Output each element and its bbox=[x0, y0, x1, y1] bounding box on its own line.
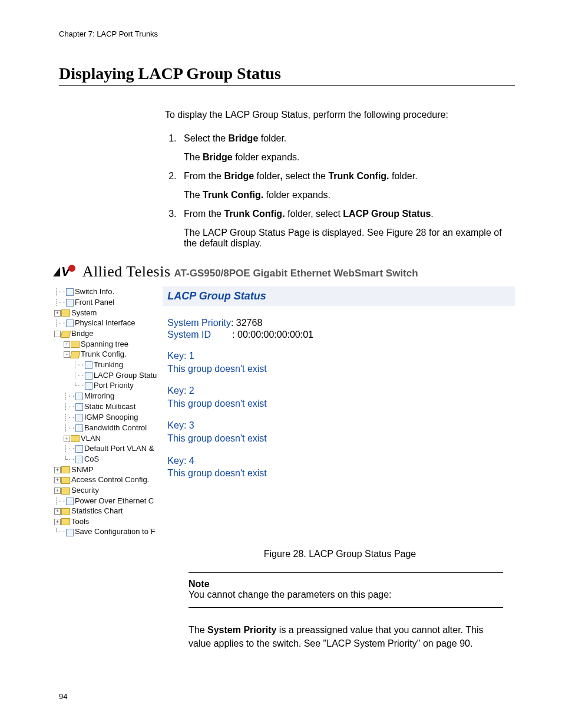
page-icon bbox=[66, 288, 74, 296]
collapse-icon[interactable]: - bbox=[64, 351, 70, 358]
step-result: The Trunk Config. folder expands. bbox=[184, 190, 515, 200]
tree-item-static-multicast[interactable]: ┊··Static Multicast bbox=[62, 401, 157, 412]
bold-term: LACP Group Status bbox=[343, 209, 431, 219]
content-pane: LACP Group Status System Priority: 32768… bbox=[163, 286, 515, 482]
text: The bbox=[189, 625, 207, 635]
closed-folder-icon bbox=[61, 466, 70, 473]
closed-folder-icon bbox=[61, 487, 70, 495]
tree-item-snmp[interactable]: +SNMP bbox=[53, 465, 157, 475]
closed-folder-icon bbox=[71, 435, 80, 442]
expand-icon[interactable]: + bbox=[54, 467, 61, 473]
app-header: V Allied Telesis AT-GS950/8POE Gigabit E… bbox=[53, 263, 515, 281]
tree-item-security[interactable]: +Security bbox=[53, 485, 157, 496]
bold-term: Bridge bbox=[203, 152, 233, 162]
expand-icon[interactable]: + bbox=[54, 519, 61, 525]
text: From the bbox=[184, 209, 224, 219]
tree-item-mirroring[interactable]: ┊··Mirroring bbox=[62, 391, 157, 401]
system-id-value: : 00:00:00:00:00:01 bbox=[232, 330, 313, 340]
tree-item-tools[interactable]: +Tools bbox=[53, 516, 157, 527]
product-name: AT-GS950/8POE Gigabit Ethernet WebSmart … bbox=[174, 268, 418, 279]
expand-icon[interactable]: + bbox=[54, 487, 61, 494]
tree-item-front-panel[interactable]: ┊··Front Panel bbox=[53, 297, 157, 308]
open-folder-icon bbox=[70, 351, 81, 358]
page-icon bbox=[66, 529, 74, 536]
final-paragraph: The System Priority is a preassigned val… bbox=[189, 623, 503, 650]
page-icon bbox=[75, 403, 83, 411]
collapse-icon[interactable]: - bbox=[54, 331, 61, 337]
bold-term: Trunk Config. bbox=[328, 171, 389, 181]
text: folder expands. bbox=[233, 152, 300, 162]
tree-item-spanning-tree[interactable]: +Spanning tree bbox=[62, 339, 157, 350]
tree-item-physical-interface[interactable]: ┊··Physical Interface bbox=[53, 318, 157, 328]
text: folder. bbox=[389, 171, 418, 181]
note-body: You cannot change the parameters on this… bbox=[189, 589, 503, 600]
system-priority-value: : 32768 bbox=[231, 318, 262, 328]
tree-item-statistics-chart[interactable]: +Statistics Chart bbox=[53, 506, 157, 516]
page-icon bbox=[85, 382, 92, 390]
tree-label: Mirroring bbox=[84, 391, 114, 400]
closed-folder-icon bbox=[61, 518, 70, 525]
page-icon bbox=[75, 456, 83, 463]
chapter-header: Chapter 7: LACP Port Trunks bbox=[59, 29, 515, 38]
tree-label: Trunk Config. bbox=[81, 350, 127, 358]
expand-icon[interactable]: + bbox=[54, 508, 61, 515]
page-icon bbox=[75, 393, 83, 400]
tree-label: Static Multicast bbox=[84, 402, 135, 411]
tree-item-switch-info[interactable]: ┊··Switch Info. bbox=[53, 286, 157, 297]
tree-item-bridge[interactable]: -Bridge +Spanning tree -Trunk Config. ┊·… bbox=[53, 328, 157, 465]
closed-folder-icon bbox=[71, 341, 80, 348]
tree-item-igmp-snooping[interactable]: ┊··IGMP Snooping bbox=[62, 412, 157, 423]
expand-icon[interactable]: + bbox=[54, 310, 61, 317]
tree-label: Access Control Config. bbox=[71, 475, 149, 484]
procedure-list: Select the Bridge folder. The Bridge fol… bbox=[165, 133, 515, 249]
tree-item-trunking[interactable]: ┊··Trunking bbox=[72, 360, 157, 370]
tree-item-cos[interactable]: └··CoS bbox=[62, 454, 157, 465]
tree-label: Default Port VLAN & bbox=[84, 444, 154, 453]
group-key: Key: 4 bbox=[167, 454, 510, 467]
page-icon bbox=[66, 299, 74, 307]
expand-icon[interactable]: + bbox=[64, 436, 70, 442]
tree-label: Switch Info. bbox=[75, 287, 114, 296]
lacp-group-2: Key: 2 This group doesn't exist bbox=[167, 384, 510, 410]
tree-item-lacp-group-status[interactable]: ┊··LACP Group Statu bbox=[72, 370, 157, 381]
bold-term: Bridge bbox=[224, 171, 254, 181]
page-title: Displaying LACP Group Status bbox=[59, 64, 515, 86]
step-text: folder. bbox=[258, 133, 286, 143]
expand-icon[interactable]: + bbox=[54, 477, 61, 483]
brand-logo-icon: V bbox=[53, 264, 75, 279]
tree-label: SNMP bbox=[71, 465, 94, 474]
tree-label: Port Priority bbox=[94, 381, 134, 390]
tree-item-poe[interactable]: ┊··Power Over Ethernet C bbox=[53, 496, 157, 506]
tree-item-bandwidth-control[interactable]: ┊··Bandwidth Control bbox=[62, 423, 157, 433]
expand-icon[interactable]: + bbox=[64, 341, 70, 348]
note-heading: Note bbox=[189, 579, 503, 589]
text: folder bbox=[254, 171, 280, 181]
text: folder expands. bbox=[263, 190, 330, 200]
tree-label: Power Over Ethernet C bbox=[75, 496, 154, 505]
step-1: Select the Bridge folder. The Bridge fol… bbox=[179, 133, 515, 163]
page-icon bbox=[66, 498, 74, 505]
tree-item-trunk-config[interactable]: -Trunk Config. ┊··Trunking ┊··LACP Group… bbox=[62, 349, 157, 391]
tree-item-vlan[interactable]: +VLAN bbox=[62, 433, 157, 444]
tree-item-access-control[interactable]: +Access Control Config. bbox=[53, 475, 157, 485]
tree-item-save-config[interactable]: └··Save Configuration to F bbox=[53, 526, 157, 537]
tree-item-system[interactable]: +System bbox=[53, 308, 157, 318]
closed-folder-icon bbox=[61, 508, 70, 515]
tree-item-default-port-vlan[interactable]: ┊··Default Port VLAN & bbox=[62, 443, 157, 454]
system-id-label: System ID bbox=[167, 330, 211, 340]
page-icon bbox=[75, 424, 83, 432]
brand-name: Allied Telesis bbox=[82, 263, 171, 281]
bold-term: Trunk Config. bbox=[203, 190, 263, 200]
nav-tree: ┊··Switch Info. ┊··Front Panel +System ┊… bbox=[53, 286, 157, 537]
page-icon bbox=[75, 445, 83, 453]
group-key: Key: 1 bbox=[167, 350, 510, 363]
pane-body: System Priority: 32768 System ID: 00:00:… bbox=[163, 306, 515, 482]
text: . bbox=[431, 209, 433, 219]
text: From the bbox=[184, 171, 224, 181]
page-icon bbox=[66, 319, 74, 327]
group-msg: This group doesn't exist bbox=[167, 467, 510, 480]
tree-item-port-priority[interactable]: └··Port Priority bbox=[72, 380, 157, 391]
tree-label: LACP Group Statu bbox=[94, 371, 157, 380]
tree-label: Spanning tree bbox=[81, 340, 128, 348]
page-icon bbox=[75, 414, 83, 421]
